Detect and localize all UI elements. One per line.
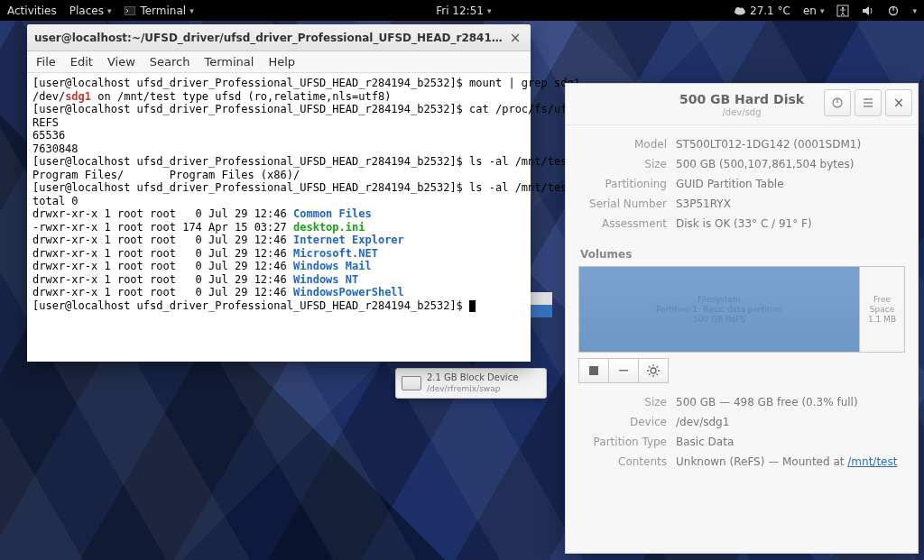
volume-main[interactable]: Filesystem Partition 1: Basic data parti… xyxy=(579,267,859,352)
hamburger-menu-button[interactable] xyxy=(855,89,882,116)
power-icon[interactable] xyxy=(887,5,900,17)
menu-edit[interactable]: Edit xyxy=(70,55,93,69)
chevron-down-icon: ▾ xyxy=(820,6,825,15)
cloud-icon xyxy=(734,5,746,17)
menu-file[interactable]: File xyxy=(36,55,56,69)
disks-window: 500 GB Hard Disk /dev/sdg × ModelST500LT… xyxy=(565,83,919,554)
accessibility-icon[interactable] xyxy=(836,5,849,17)
svg-line-20 xyxy=(657,374,659,376)
terminal-title: user@localhost:~/UFSD_driver/ufsd_driver… xyxy=(34,32,507,44)
disk-model: ST500LT012-1DG142 (0001SDM1) xyxy=(676,138,905,151)
menu-terminal[interactable]: Terminal xyxy=(204,55,254,69)
volumes-heading: Volumes xyxy=(578,243,905,266)
svg-rect-13 xyxy=(589,366,598,375)
activities-label: Activities xyxy=(7,5,57,17)
svg-line-22 xyxy=(657,366,659,368)
svg-point-14 xyxy=(651,368,656,373)
close-icon[interactable]: × xyxy=(507,30,523,46)
weather-indicator[interactable]: 27.1 °C xyxy=(734,5,790,17)
gnome-topbar: Activities Places ▾ Terminal ▾ Fri 12:51… xyxy=(0,0,924,21)
svg-point-5 xyxy=(842,6,844,8)
disk-assessment: Disk is OK (33° C / 91° F) xyxy=(676,217,905,230)
volume-toolbar: − xyxy=(578,358,905,383)
disk-serial: S3P51RYX xyxy=(676,197,905,210)
partition-size: 500 GB — 498 GB free (0.3% full) xyxy=(676,396,905,409)
chevron-down-icon: ▾ xyxy=(107,6,112,15)
volume-icon[interactable] xyxy=(862,5,874,17)
minus-button[interactable]: − xyxy=(608,358,639,383)
chevron-down-icon: ▾ xyxy=(189,6,194,15)
chevron-down-icon: ▾ xyxy=(487,6,492,15)
svg-line-19 xyxy=(649,366,651,368)
menu-help[interactable]: Help xyxy=(268,55,295,69)
svg-line-21 xyxy=(649,374,651,376)
svg-rect-0 xyxy=(125,6,135,15)
terminal-titlebar[interactable]: user@localhost:~/UFSD_driver/ufsd_driver… xyxy=(27,24,531,51)
terminal-menubar: File Edit View Search Terminal Help xyxy=(27,51,531,73)
close-button[interactable]: × xyxy=(885,89,912,116)
chevron-down-icon: ▾ xyxy=(912,6,917,15)
volume-map[interactable]: Filesystem Partition 1: Basic data parti… xyxy=(578,266,905,353)
lang-indicator[interactable]: en ▾ xyxy=(803,5,825,17)
cursor xyxy=(469,300,476,312)
partition-device: /dev/sdg1 xyxy=(676,416,905,428)
disk-partitioning: GUID Partition Table xyxy=(676,178,905,190)
disk-info: ModelST500LT012-1DG142 (0001SDM1) Size50… xyxy=(566,125,918,239)
block-device-item[interactable]: 2.1 GB Block Device /dev/rfremix/swap xyxy=(395,368,547,399)
weather-label: 27.1 °C xyxy=(750,5,790,17)
terminal-appmenu-label: Terminal xyxy=(140,5,186,17)
lang-label: en xyxy=(803,5,817,17)
block-device-text: 2.1 GB Block Device /dev/rfremix/swap xyxy=(427,372,518,394)
terminal-window: user@localhost:~/UFSD_driver/ufsd_driver… xyxy=(27,24,531,362)
drive-icon xyxy=(402,376,421,390)
svg-point-3 xyxy=(740,7,744,12)
activities-button[interactable]: Activities xyxy=(7,5,57,17)
gear-button[interactable] xyxy=(638,358,669,383)
disk-size: 500 GB (500,107,861,504 bytes) xyxy=(676,158,905,170)
partition-type: Basic Data xyxy=(676,436,905,448)
menu-view[interactable]: View xyxy=(107,55,135,69)
partition-contents: Unknown (ReFS) — Mounted at /mnt/test xyxy=(676,455,905,468)
mount-link[interactable]: /mnt/test xyxy=(847,455,897,468)
terminal-body[interactable]: [user@localhost ufsd_driver_Professional… xyxy=(27,73,531,362)
clock-label: Fri 12:51 xyxy=(436,5,484,17)
task-indicator: ve xyxy=(527,292,556,317)
terminal-appmenu[interactable]: Terminal ▾ xyxy=(124,5,193,17)
places-label: Places xyxy=(69,5,104,17)
places-menu[interactable]: Places ▾ xyxy=(69,5,112,17)
terminal-icon xyxy=(124,5,136,17)
menu-search[interactable]: Search xyxy=(150,55,190,69)
clock[interactable]: Fri 12:51 ▾ xyxy=(436,5,491,17)
disks-header: 500 GB Hard Disk /dev/sdg × xyxy=(566,84,918,125)
power-button[interactable] xyxy=(824,89,851,116)
stop-button[interactable] xyxy=(578,358,609,383)
volume-free[interactable]: Free Space 1.1 MB xyxy=(859,267,904,352)
